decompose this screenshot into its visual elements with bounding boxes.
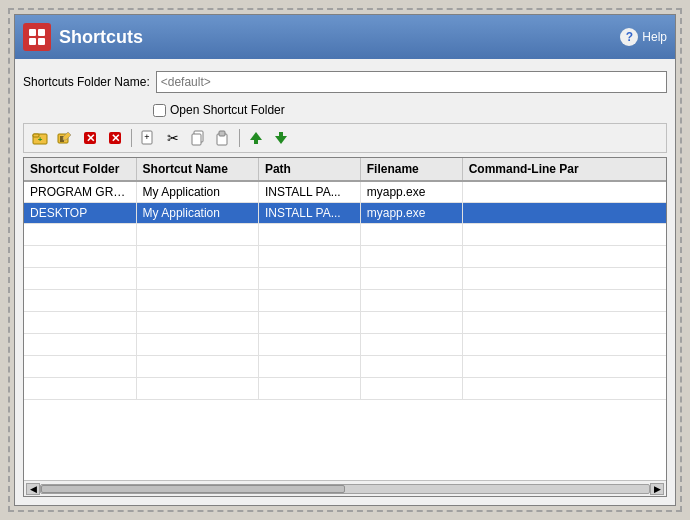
separator-1 (131, 129, 132, 147)
remove-button[interactable]: ✕ (103, 127, 127, 149)
scrollbar-track[interactable] (40, 484, 650, 494)
svg-text:✕: ✕ (86, 132, 95, 144)
table-row[interactable]: PROGRAM GROUPMy ApplicationINSTALL PA...… (24, 181, 666, 203)
cell-name: My Application (136, 181, 258, 203)
table-row-empty (24, 312, 666, 334)
table-row[interactable]: DESKTOPMy ApplicationINSTALL PA...myapp.… (24, 203, 666, 224)
table-scroll[interactable]: Shortcut Folder Shortcut Name Path Filen… (24, 158, 666, 480)
svg-rect-1 (38, 29, 45, 36)
folder-name-input[interactable] (156, 71, 667, 93)
shortcuts-table-container: Shortcut Folder Shortcut Name Path Filen… (23, 157, 667, 497)
svg-marker-24 (275, 136, 287, 144)
svg-text:✕: ✕ (111, 132, 120, 144)
svg-text:+: + (144, 132, 149, 142)
cut-button[interactable]: ✂ (161, 127, 185, 149)
copy-button[interactable] (186, 127, 210, 149)
edit-button[interactable] (53, 127, 77, 149)
open-folder-checkbox[interactable] (153, 104, 166, 117)
help-label: Help (642, 30, 667, 44)
svg-rect-25 (279, 132, 283, 136)
scroll-right-button[interactable]: ▶ (650, 483, 664, 495)
table-row-empty (24, 224, 666, 246)
cell-folder: DESKTOP (24, 203, 136, 224)
svg-rect-23 (254, 140, 258, 144)
toolbar: + ✕ (23, 123, 667, 153)
move-up-button[interactable] (244, 127, 268, 149)
cell-name: My Application (136, 203, 258, 224)
window-title: Shortcuts (59, 27, 620, 48)
cell-path: INSTALL PA... (258, 203, 360, 224)
folder-name-row: Shortcuts Folder Name: (23, 67, 667, 97)
app-icon (23, 23, 51, 51)
table-row-empty (24, 334, 666, 356)
svg-rect-21 (219, 131, 225, 136)
open-folder-label: Open Shortcut Folder (170, 103, 285, 117)
scroll-left-button[interactable]: ◀ (26, 483, 40, 495)
svg-text:+: + (38, 135, 43, 144)
delete-red-button[interactable]: ✕ (78, 127, 102, 149)
help-button[interactable]: ? Help (620, 28, 667, 46)
col-header-filename: Filename (360, 158, 462, 181)
svg-rect-0 (29, 29, 36, 36)
cell-filename: myapp.exe (360, 181, 462, 203)
shortcuts-window: Shortcuts ? Help Shortcuts Folder Name: … (14, 14, 676, 506)
separator-2 (239, 129, 240, 147)
col-header-name: Shortcut Name (136, 158, 258, 181)
svg-marker-22 (250, 132, 262, 140)
svg-rect-19 (192, 134, 201, 145)
svg-rect-2 (29, 38, 36, 45)
cell-cmdline (462, 181, 666, 203)
cell-folder: PROGRAM GROUP (24, 181, 136, 203)
svg-rect-3 (38, 38, 45, 45)
title-bar: Shortcuts ? Help (15, 15, 675, 59)
table-row-empty (24, 290, 666, 312)
table-row-empty (24, 378, 666, 400)
shortcuts-table: Shortcut Folder Shortcut Name Path Filen… (24, 158, 666, 400)
table-row-empty (24, 268, 666, 290)
col-header-path: Path (258, 158, 360, 181)
new-folder-button[interactable]: + (28, 127, 52, 149)
table-row-empty (24, 356, 666, 378)
help-icon: ? (620, 28, 638, 46)
horizontal-scrollbar[interactable]: ◀ ▶ (24, 480, 666, 496)
col-header-cmdline: Command-Line Par (462, 158, 666, 181)
open-folder-row: Open Shortcut Folder (23, 103, 667, 117)
content-area: Shortcuts Folder Name: Open Shortcut Fol… (15, 59, 675, 505)
col-header-folder: Shortcut Folder (24, 158, 136, 181)
table-row-empty (24, 246, 666, 268)
cell-cmdline (462, 203, 666, 224)
move-down-button[interactable] (269, 127, 293, 149)
new-item-button[interactable]: + (136, 127, 160, 149)
paste-button[interactable] (211, 127, 235, 149)
cell-filename: myapp.exe (360, 203, 462, 224)
folder-name-label: Shortcuts Folder Name: (23, 75, 150, 89)
svg-marker-11 (63, 132, 71, 140)
cell-path: INSTALL PA... (258, 181, 360, 203)
scrollbar-thumb[interactable] (41, 485, 345, 493)
